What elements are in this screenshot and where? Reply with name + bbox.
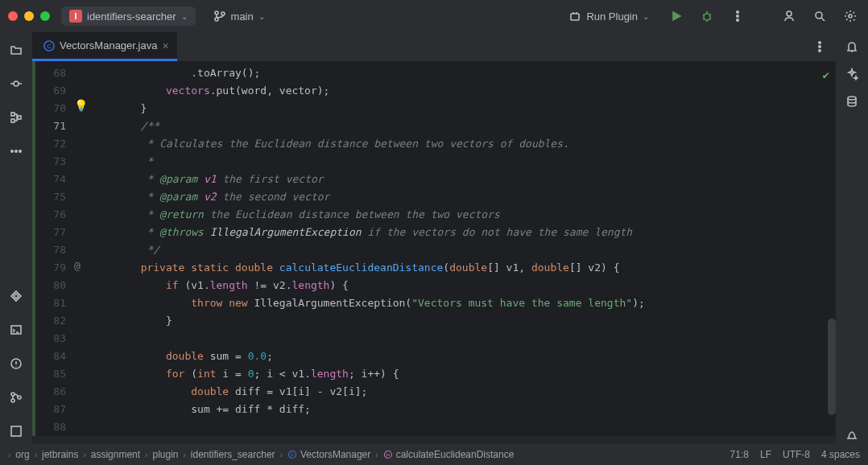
branch-icon bbox=[213, 10, 226, 23]
code-editor[interactable]: 6869707172737475767778798081828384858687… bbox=[32, 61, 836, 436]
editor-tab-active[interactable]: C VectorsManager.java × bbox=[32, 32, 177, 61]
breadcrumb-item[interactable]: CVectorsManager bbox=[287, 449, 370, 460]
left-toolbar bbox=[0, 32, 32, 444]
line-number-gutter[interactable]: 6869707172737475767778798081828384858687… bbox=[35, 61, 71, 436]
line-number[interactable]: 76 bbox=[35, 206, 66, 224]
ai-tool-button[interactable] bbox=[842, 64, 862, 84]
commit-tool-button[interactable] bbox=[3, 71, 29, 97]
indent-settings[interactable]: 4 spaces bbox=[821, 449, 860, 460]
line-separator[interactable]: LF bbox=[760, 449, 771, 460]
person-icon bbox=[783, 10, 796, 23]
line-number[interactable]: 82 bbox=[35, 312, 66, 330]
code-line[interactable]: double sum = 0.0; bbox=[90, 348, 836, 365]
more-tools-button[interactable] bbox=[3, 138, 29, 164]
code-line[interactable]: /** bbox=[90, 117, 836, 135]
code-line[interactable]: * @throws IllegalArgumentException if th… bbox=[90, 224, 836, 241]
line-number[interactable]: 83 bbox=[35, 330, 66, 348]
horizontal-scrollbar[interactable] bbox=[33, 436, 836, 444]
project-tool-button[interactable] bbox=[3, 37, 29, 63]
git-branch-selector[interactable]: main ⌄ bbox=[207, 6, 271, 26]
code-line[interactable] bbox=[90, 418, 836, 436]
run-button[interactable] bbox=[667, 6, 686, 26]
run-config-selector[interactable]: Run Plugin ⌄ bbox=[562, 6, 655, 26]
search-everywhere-button[interactable] bbox=[810, 6, 829, 26]
code-line[interactable]: * @param v1 the first vector bbox=[90, 171, 836, 188]
code-line[interactable]: private static double calculateEuclidean… bbox=[90, 259, 836, 277]
code-line[interactable]: vectors.put(word, vector); bbox=[90, 82, 836, 100]
tab-more-button[interactable] bbox=[804, 32, 836, 61]
code-line[interactable]: for (int i = 0; i < v1.length; i++) { bbox=[90, 365, 836, 383]
code-line[interactable]: * Calculates the Euclidean distance betw… bbox=[90, 135, 836, 153]
line-number[interactable]: 87 bbox=[35, 401, 66, 418]
project-selector[interactable]: I identifiers-searcher ⌄ bbox=[61, 6, 196, 26]
svg-point-28 bbox=[819, 42, 820, 43]
code-line[interactable]: } bbox=[90, 100, 836, 117]
line-number[interactable]: 81 bbox=[35, 294, 66, 312]
database-tool-button[interactable] bbox=[842, 92, 862, 111]
breadcrumb-item[interactable]: mcalculateEuclideanDistance bbox=[383, 449, 515, 460]
terminal-tool-button[interactable] bbox=[3, 317, 29, 343]
line-number[interactable]: 69 bbox=[35, 82, 66, 100]
breadcrumb-item[interactable]: jetbrains bbox=[42, 449, 78, 460]
code-line[interactable]: double diff = v1[i] - v2[i]; bbox=[90, 383, 836, 401]
minimize-window[interactable] bbox=[24, 11, 34, 21]
notifications-tool-button[interactable] bbox=[842, 37, 862, 56]
more-horizontal-icon bbox=[10, 145, 23, 158]
line-number[interactable]: 77 bbox=[35, 224, 66, 241]
more-actions-button[interactable] bbox=[728, 6, 747, 26]
code-line[interactable]: if (v1.length != v2.length) { bbox=[90, 277, 836, 294]
line-number[interactable]: 71 bbox=[35, 117, 66, 135]
code-line[interactable] bbox=[90, 330, 836, 348]
svg-rect-12 bbox=[11, 113, 14, 116]
code-with-me-button[interactable] bbox=[779, 6, 799, 26]
debug-button[interactable] bbox=[697, 6, 717, 26]
override-gutter-icon[interactable]: @ bbox=[74, 257, 81, 275]
line-number[interactable]: 85 bbox=[35, 365, 66, 383]
services-tool-button[interactable] bbox=[3, 283, 29, 309]
structure-tool-button[interactable] bbox=[3, 105, 29, 130]
intention-bulb-icon[interactable]: 💡 bbox=[74, 97, 88, 114]
icon-gutter[interactable]: 💡 @ bbox=[71, 61, 90, 436]
maximize-window[interactable] bbox=[40, 11, 50, 21]
breadcrumb-item[interactable]: plugin bbox=[152, 449, 178, 460]
code-content[interactable]: .toArray(); vectors.put(word, vector); }… bbox=[90, 61, 836, 436]
line-number[interactable]: 75 bbox=[35, 188, 66, 206]
line-number[interactable]: 72 bbox=[35, 135, 66, 153]
line-number[interactable]: 78 bbox=[35, 241, 66, 259]
line-number[interactable]: 80 bbox=[35, 277, 66, 294]
vcs-tool-button[interactable] bbox=[3, 385, 29, 410]
caret-position[interactable]: 71:8 bbox=[730, 449, 749, 460]
svg-text:C: C bbox=[291, 452, 295, 457]
code-line[interactable]: * @param v2 the second vector bbox=[90, 188, 836, 206]
breadcrumb-item[interactable]: org bbox=[15, 449, 29, 460]
line-number[interactable]: 79 bbox=[35, 259, 66, 277]
settings-button[interactable] bbox=[841, 6, 860, 26]
line-number[interactable]: 84 bbox=[35, 348, 66, 365]
line-number[interactable]: 74 bbox=[35, 171, 66, 188]
coverage-tool-button[interactable] bbox=[842, 425, 862, 444]
vertical-scrollbar[interactable] bbox=[828, 319, 836, 415]
line-number[interactable]: 86 bbox=[35, 383, 66, 401]
code-line[interactable]: * @return the Euclidean distance between… bbox=[90, 206, 836, 224]
svg-point-15 bbox=[11, 150, 13, 152]
build-tool-button[interactable] bbox=[3, 418, 29, 444]
line-number[interactable]: 70 bbox=[35, 100, 66, 117]
problems-tool-button[interactable] bbox=[3, 351, 29, 377]
svg-point-10 bbox=[849, 14, 852, 18]
file-encoding[interactable]: UTF-8 bbox=[783, 449, 810, 460]
code-line[interactable]: throw new IllegalArgumentException("Vect… bbox=[90, 294, 836, 312]
breadcrumb-item[interactable]: assignment bbox=[91, 449, 140, 460]
line-number[interactable]: 73 bbox=[35, 153, 66, 171]
line-number[interactable]: 88 bbox=[35, 418, 66, 436]
bug-icon bbox=[701, 10, 713, 23]
code-line[interactable]: */ bbox=[90, 241, 836, 259]
breadcrumb-item[interactable]: identifiers_searcher bbox=[191, 449, 275, 460]
code-line[interactable]: } bbox=[90, 312, 836, 330]
close-tab-button[interactable]: × bbox=[162, 39, 168, 52]
close-window[interactable] bbox=[8, 11, 18, 21]
code-line[interactable]: * bbox=[90, 153, 836, 171]
inspection-status-icon[interactable]: ✔ bbox=[823, 66, 829, 84]
code-line[interactable]: .toArray(); bbox=[90, 64, 836, 82]
code-line[interactable]: sum += diff * diff; bbox=[90, 401, 836, 418]
line-number[interactable]: 68 bbox=[35, 64, 66, 82]
